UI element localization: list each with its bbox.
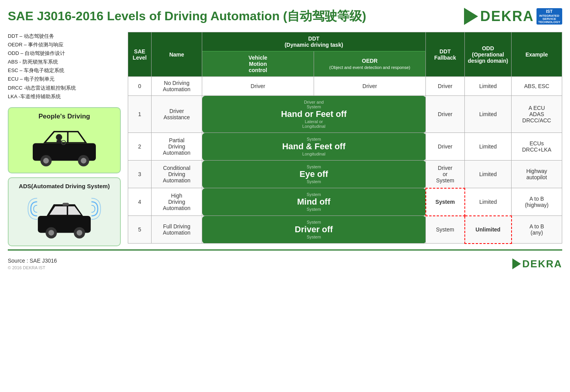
svg-point-8 <box>56 134 62 140</box>
cell-bottom-label-5: System <box>204 235 424 239</box>
th-ddt-group: DDT(Dynamic driving task) <box>202 32 426 51</box>
footer-dekra-logo: DEKRA <box>512 258 562 270</box>
legend-item-2: OEDR – 事件侦测与响应 <box>8 41 121 49</box>
peoples-driving-label: People's Driving <box>13 113 115 120</box>
svg-rect-19 <box>62 203 69 205</box>
table-row-2: 2 PartialDrivingAutomation System Hand &… <box>128 133 562 161</box>
svg-rect-9 <box>56 140 62 143</box>
cell-level-1: 1 <box>128 96 152 133</box>
th-ddt-fallback: DDTFallback <box>426 32 465 77</box>
cell-name-5: Full DrivingAutomation <box>152 216 202 244</box>
cell-odd-4: Limited <box>465 188 512 216</box>
legend: DDT – 动态驾驶任务 OEDR – 事件侦测与响应 ODD – 自动驾驶操作… <box>8 32 121 101</box>
dekra-logo: DEKRA IST INTEGRATEDSERVICETECHNOLOGY <box>464 8 562 25</box>
cell-top-label-1: Driver andSystem <box>204 100 424 109</box>
th-sae-level: SAELevel <box>128 32 152 77</box>
cell-ddt-4: System <box>426 188 465 216</box>
copyright-label: © 2016 DEKRA IST <box>8 265 57 270</box>
cell-example-2: ECUsDRCC+LKA <box>512 133 562 161</box>
cell-example-5: A to B(any) <box>512 216 562 244</box>
legend-item-6: ECU – 电子控制单元 <box>8 75 121 83</box>
cell-vmc-0: Driver <box>202 77 314 96</box>
cell-vmc-oedr-2: System Hand & Feet off Longitudinal <box>202 133 426 161</box>
legend-item-8: LKA -车道维持辅助系统 <box>8 92 121 101</box>
cell-top-label-3: System <box>204 164 424 169</box>
cell-example-1: A ECUADASDRCC/ACC <box>512 96 562 133</box>
table-row-5: 5 Full DrivingAutomation System Driver o… <box>128 216 562 244</box>
cell-odd-2: Limited <box>465 133 512 161</box>
cell-vmc-oedr-5: System Driver off System <box>202 216 426 244</box>
cell-name-1: DriverAssistance <box>152 96 202 133</box>
table-row-3: 3 ConditionalDrivingAutomation System Ey… <box>128 161 562 188</box>
cell-name-2: PartialDrivingAutomation <box>152 133 202 161</box>
cell-odd-1: Limited <box>465 96 512 133</box>
cell-top-label-5: System <box>204 220 424 224</box>
svg-point-5 <box>43 158 49 163</box>
cell-ddt-5: System <box>426 216 465 244</box>
dekra-triangle-icon <box>464 8 478 25</box>
page-title: SAE J3016-2016 Levels of Driving Automat… <box>8 8 366 25</box>
cell-level-0: 0 <box>128 77 152 96</box>
peoples-driving-icon <box>29 124 99 166</box>
cell-top-label-4: System <box>204 192 424 197</box>
peoples-driving-box: People's Driving <box>8 107 121 173</box>
cell-top-label-2: System <box>204 137 424 141</box>
th-vehicle-motion-control: VehicleMotioncontrol <box>202 51 314 77</box>
th-odd: ODD(Operational design domain) <box>465 32 512 77</box>
cell-ddt-0: Driver <box>426 77 465 96</box>
cell-ddt-3: DriverorSystem <box>426 161 465 188</box>
cell-odd-0: Limited <box>465 77 512 96</box>
cell-bottom-label-1: Lateral orLongitudinal <box>204 119 424 129</box>
th-name: Name <box>152 32 202 77</box>
left-panel: DDT – 动态驾驶任务 OEDR – 事件侦测与响应 ODD – 自动驾驶操作… <box>8 32 121 246</box>
cell-ddt-1: Driver <box>426 96 465 133</box>
cell-level-2: 2 <box>128 133 152 161</box>
legend-item-1: DDT – 动态驾驶任务 <box>8 32 121 41</box>
legend-item-7: DRCC -动态雷达巡航控制系统 <box>8 84 121 92</box>
cell-vmc-oedr-1: Driver andSystem Hand or Feet off Latera… <box>202 96 426 133</box>
cell-bottom-label-2: Longitudinal <box>204 152 424 156</box>
ads-box: ADS(Automated Driving System) <box>8 177 121 246</box>
legend-item-4: ABS - 防死锁煞车系统 <box>8 58 121 66</box>
cell-name-4: HighDrivingAutomation <box>152 188 202 216</box>
cell-level-5: 5 <box>128 216 152 244</box>
main-content: DDT – 动态驾驶任务 OEDR – 事件侦测与响应 ODD – 自动驾驶操作… <box>8 32 562 246</box>
th-example: Example <box>512 32 562 77</box>
cell-name-3: ConditionalDrivingAutomation <box>152 161 202 188</box>
sae-table: SAELevel Name DDT(Dynamic driving task) … <box>128 32 562 244</box>
source-label: Source : SAE J3016 <box>8 258 57 264</box>
svg-point-7 <box>81 158 86 163</box>
cell-level-4: 4 <box>128 188 152 216</box>
table-row-4: 4 HighDrivingAutomation System Mind off … <box>128 188 562 216</box>
table-row-1: 1 DriverAssistance Driver andSystem Hand… <box>128 96 562 133</box>
footer-triangle-icon <box>512 258 521 269</box>
svg-point-16 <box>48 230 54 235</box>
dekra-badge: IST INTEGRATEDSERVICETECHNOLOGY <box>536 8 562 24</box>
cell-vmc-oedr-3: System Eye off System <box>202 161 426 188</box>
legend-item-3: ODD – 自动驾驶操作设计 <box>8 49 121 58</box>
cell-example-3: Highwayautopilot <box>512 161 562 188</box>
cell-example-0: ABS, ESC <box>512 77 562 96</box>
cell-level-3: 3 <box>128 161 152 188</box>
svg-point-18 <box>77 230 82 235</box>
cell-example-4: A to B(highway) <box>512 188 562 216</box>
cell-oedr-0: Driver <box>314 77 426 96</box>
legend-item-5: ESC – 车身电子稳定系统 <box>8 66 121 75</box>
cell-ddt-2: Driver <box>426 133 465 161</box>
cell-odd-5: Unlimited <box>465 216 512 244</box>
footer-dekra-text: DEKRA <box>522 258 562 270</box>
cell-bottom-label-3: System <box>204 179 424 184</box>
page-header: SAE J3016-2016 Levels of Driving Automat… <box>8 8 562 25</box>
dekra-logo-text: DEKRA <box>480 8 534 25</box>
cell-vmc-oedr-4: System Mind off System <box>202 188 426 216</box>
table-row-0: 0 No DrivingAutomation Driver Driver Dri… <box>128 77 562 96</box>
cell-name-0: No DrivingAutomation <box>152 77 202 96</box>
ads-label: ADS(Automated Driving System) <box>13 183 115 189</box>
automation-table: SAELevel Name DDT(Dynamic driving task) … <box>128 32 562 244</box>
th-oedr: OEDR(Object and event detection and resp… <box>314 51 426 77</box>
footer-left: Source : SAE J3016 © 2016 DEKRA IST <box>8 258 57 270</box>
green-divider <box>8 249 562 251</box>
ads-icon <box>27 192 101 239</box>
cell-odd-3: Limited <box>465 161 512 188</box>
page-footer: Source : SAE J3016 © 2016 DEKRA IST DEKR… <box>8 258 562 270</box>
